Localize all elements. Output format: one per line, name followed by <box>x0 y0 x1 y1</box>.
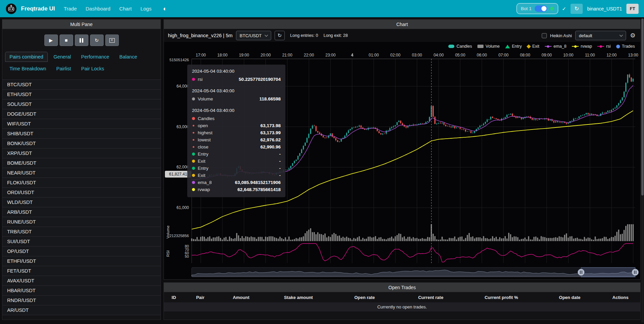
start-bot-button[interactable]: ▶ <box>44 34 58 46</box>
pair-list-item[interactable]: AVAX/USDT <box>2 276 160 286</box>
pair-list-item[interactable]: NEAR/USDT <box>2 168 160 178</box>
tab-performance[interactable]: Performance <box>77 52 114 62</box>
multi-pane-panel: Multi Pane ▶ ■ ↻ × Pairs combinedGeneral… <box>2 19 161 320</box>
force-exit-button[interactable]: × <box>105 34 119 46</box>
pair-list-item[interactable]: AR/USDT <box>2 305 160 315</box>
tab-general[interactable]: General <box>49 52 76 62</box>
pair-list-item[interactable]: BOME/USDT <box>2 158 160 168</box>
pair-list-item[interactable]: BTC/USDT <box>2 80 160 90</box>
legend-item-volume[interactable]: Volume <box>477 44 500 49</box>
svg-text:13:00: 13:00 <box>628 53 638 57</box>
legend-item-exit[interactable]: Exit <box>527 44 539 49</box>
svg-text:08:00: 08:00 <box>520 53 530 57</box>
page-scrollbar[interactable] <box>641 18 644 323</box>
svg-text:63,000: 63,000 <box>176 124 189 129</box>
chevron-down-icon <box>619 33 623 37</box>
pair-list-item[interactable]: ETHFI/USDT <box>2 256 160 266</box>
legend-label: Entry <box>512 44 522 49</box>
legend-item-rvwap[interactable]: rvwap <box>572 44 592 49</box>
pair-list-item[interactable]: WIF/USDT <box>2 119 160 129</box>
rsi-legend-marker <box>597 45 604 48</box>
pair-list-item[interactable]: TRB/USDT <box>2 227 160 237</box>
theme-toggle-icon[interactable]: ◐ <box>163 5 167 13</box>
column-header-current-rate: Current rate <box>398 295 464 300</box>
pair-list-item[interactable]: DOGE/USDT <box>2 109 160 119</box>
svg-text:02:00: 02:00 <box>390 53 401 57</box>
pair-list-item[interactable]: SUI/USDT <box>2 237 160 247</box>
candlestick-chart[interactable]: 17:0018:0019:0020:0021:0022:0023:00401:0… <box>164 51 640 279</box>
tab-pairlist[interactable]: Pairlist <box>52 64 76 74</box>
plot-config-value: default <box>579 33 592 38</box>
pair-list-item[interactable]: XRP/USDT <box>2 148 160 158</box>
app-title: Freqtrade UI <box>21 5 55 12</box>
pause-icon <box>80 38 83 43</box>
datazoom-handle-right[interactable] <box>632 269 639 276</box>
user-avatar[interactable]: FT <box>626 4 639 14</box>
pair-list-item[interactable]: SOL/USDT <box>2 99 160 109</box>
force-exit-icon: × <box>109 38 115 43</box>
pair-list-item[interactable]: RUNE/USDT <box>2 217 160 227</box>
pair-list-item[interactable]: WLD/USDT <box>2 198 160 207</box>
refresh-chart-button[interactable]: ↻ <box>275 31 285 40</box>
datazoom-window[interactable] <box>581 268 635 277</box>
svg-text:RSI: RSI <box>166 250 170 257</box>
legend-label: rvwap <box>581 44 592 49</box>
legend-item-ema-8[interactable]: ema_8 <box>545 44 566 49</box>
pair-select[interactable]: BTC/USDT <box>236 31 271 40</box>
pair-list-item[interactable]: ARB/USDT <box>2 207 160 217</box>
main-layout: Multi Pane ▶ ■ ↻ × Pairs combinedGeneral… <box>0 17 644 322</box>
stop-bot-button[interactable]: ■ <box>60 34 73 46</box>
chart-plot[interactable]: 17:0018:0019:0020:0021:0022:0023:00401:0… <box>164 51 640 279</box>
bot-controls: ▶ ■ ↻ × <box>2 29 160 50</box>
open-trades-empty-row: Currently no open trades. <box>164 302 640 311</box>
plot-config-select[interactable]: default <box>575 31 626 40</box>
pair-list-item[interactable]: RNDR/USDT <box>2 296 160 305</box>
nav-link-trade[interactable]: Trade <box>64 6 77 11</box>
scrollbar-thumb[interactable] <box>641 19 644 195</box>
trades-legend-marker <box>616 45 620 48</box>
tab-balance[interactable]: Balance <box>115 52 142 62</box>
tab-pairs-combined[interactable]: Pairs combined <box>5 52 48 62</box>
pair-list-item[interactable]: FLOKI/USDT <box>2 178 160 188</box>
rvwap-legend-marker <box>572 45 579 48</box>
legend-item-entry[interactable]: Entry <box>505 44 522 49</box>
nav-link-dashboard[interactable]: Dashboard <box>86 6 110 11</box>
pause-bot-button[interactable] <box>75 34 88 46</box>
nav-link-chart[interactable]: Chart <box>119 6 132 11</box>
pair-list-item[interactable]: OP/USDT <box>2 247 160 256</box>
pair-list-item[interactable]: ETH/USDT <box>2 90 160 99</box>
tab-pair-locks[interactable]: Pair Locks <box>77 64 109 74</box>
legend-label: rsi <box>606 44 610 49</box>
long-exits-count: Long exit: 28 <box>324 33 348 38</box>
legend-label: Exit <box>532 44 539 49</box>
pair-list-item[interactable]: ORDI/USDT <box>2 188 160 198</box>
pair-list: BTC/USDTETH/USDTSOL/USDTDOGE/USDTWIF/USD… <box>2 79 160 315</box>
pair-list-item[interactable]: FET/USDT <box>2 266 160 276</box>
open-trades-table-header: IDPairAmountStake amountOpen rateCurrent… <box>164 292 640 302</box>
plot-config-gear-button[interactable]: ⚙ <box>629 32 636 39</box>
bot-online-toggle[interactable] <box>535 5 547 12</box>
candles-legend-marker <box>448 45 454 48</box>
reload-bot-button[interactable]: ↻ <box>571 4 583 14</box>
bot-selector[interactable]: Bot 1 <box>517 4 558 14</box>
pair-list-item[interactable]: SHIB/USDT <box>2 129 160 139</box>
svg-text:07:00: 07:00 <box>498 53 509 57</box>
legend-item-rsi[interactable]: rsi <box>597 44 610 49</box>
reload-config-button[interactable]: ↻ <box>90 34 104 46</box>
legend-item-trades[interactable]: Trades <box>616 44 635 49</box>
nav-link-logs[interactable]: Logs <box>141 6 152 11</box>
svg-text:62,000: 62,000 <box>176 165 189 169</box>
strategy-title: high_frog_binance_v226 | 5m <box>168 33 233 38</box>
tab-time-breakdown[interactable]: Time Breakdown <box>5 64 50 74</box>
heikin-ashi-checkbox[interactable] <box>542 33 547 38</box>
pair-list-item[interactable]: BONK/USDT <box>2 139 160 148</box>
svg-text:20:00: 20:00 <box>261 53 271 57</box>
legend-item-candles[interactable]: Candles <box>448 44 472 49</box>
legend-label: Candles <box>456 44 472 49</box>
pair-list-item[interactable]: HBAR/USDT <box>2 286 160 296</box>
exit-legend-marker <box>527 44 531 49</box>
svg-text:61,827.41: 61,827.41 <box>169 172 187 177</box>
datazoom-handle-left[interactable] <box>578 269 584 276</box>
sidebar-tabs-row-2: Time BreakdownPairlistPair Locks <box>2 62 160 74</box>
svg-text:04:00: 04:00 <box>433 53 444 57</box>
